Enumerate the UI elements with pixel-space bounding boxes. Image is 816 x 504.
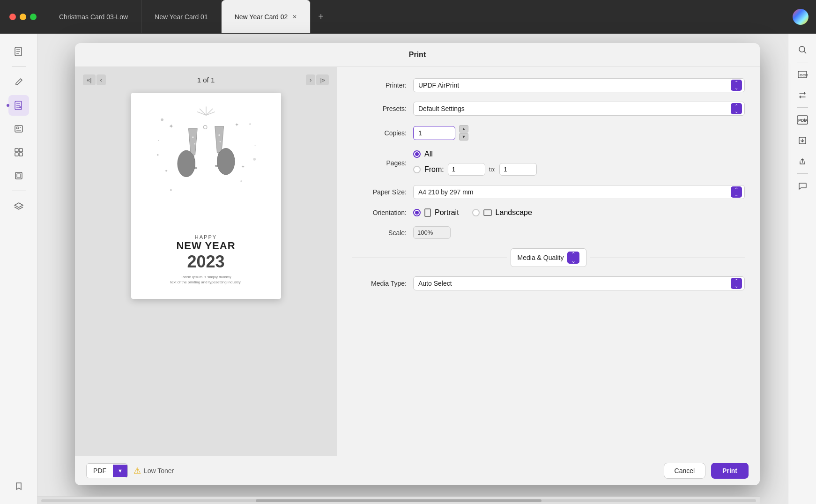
tab-new-year-card-02[interactable]: New Year Card 02 ✕ [222,0,311,33]
footer-right: Cancel Print [664,463,749,479]
warning-icon: ⚠ [134,466,141,476]
add-tab-button[interactable]: + [311,0,331,33]
media-type-select[interactable]: Auto Select [413,276,745,290]
pages-from-label: From: [424,165,444,174]
svg-point-37 [194,143,195,145]
scroll-thumb[interactable] [256,499,542,502]
landscape-row: Landscape [472,208,532,217]
tab-close-button[interactable]: ✕ [292,14,297,20]
first-page-button[interactable]: «| [83,74,96,85]
copies-decrement[interactable]: ▼ [459,133,468,141]
sidebar-icon-annotation[interactable] [8,95,29,116]
sidebar-icon-organize[interactable] [8,142,29,163]
prev-page-button[interactable]: ‹ [96,74,106,85]
svg-rect-16 [19,153,22,156]
sidebar-icon-pen[interactable] [8,72,29,92]
svg-text:/A: /A [804,118,808,123]
svg-marker-33 [215,126,223,153]
pages-from-input[interactable] [448,163,485,176]
dialog-title: Print [75,43,760,67]
scale-row: Scale: [352,226,745,239]
svg-point-22 [253,158,256,161]
paper-size-select-wrapper: A4 210 by 297 mm ⌃⌄ [413,185,745,199]
tab-new-year-card-01[interactable]: New Year Card 01 [141,0,222,33]
svg-point-42 [217,148,235,175]
media-quality-arrow[interactable]: ⌃⌄ [567,252,579,264]
minimize-button[interactable] [20,14,26,20]
pages-row: Pages: All From: [352,150,745,176]
orientation-label: Orientation: [352,209,413,216]
svg-rect-18 [17,174,21,178]
svg-rect-49 [425,209,430,216]
dialog-footer: PDF ▼ ⚠ Low Toner Cancel Print [75,456,760,485]
svg-point-51 [799,46,805,52]
extract-icon[interactable] [794,132,811,149]
paper-size-select[interactable]: A4 210 by 297 mm [413,185,745,199]
ocr-icon[interactable]: OCR [794,66,811,83]
svg-text:✦: ✦ [241,164,245,169]
pages-all-radio[interactable] [413,150,421,158]
landscape-radio[interactable] [472,209,480,216]
card-year-text: 2023 [171,252,242,272]
search-icon[interactable] [794,41,811,58]
right-sidebar: OCR PDF /A [788,34,816,504]
presets-control: Default Settings ⌃⌄ [413,102,745,116]
svg-rect-13 [15,148,18,152]
svg-text:OCR: OCR [800,73,808,77]
svg-point-40 [203,126,207,129]
cancel-button[interactable]: Cancel [664,463,706,479]
pdf-label-button[interactable]: PDF [87,464,113,478]
share-icon[interactable] [794,153,811,170]
svg-text:✦: ✦ [169,123,174,130]
copies-input[interactable]: 1 [413,126,455,140]
close-button[interactable] [9,14,16,20]
nav-next-last: › |» [305,74,329,85]
maximize-button[interactable] [30,14,37,20]
pdfa-icon[interactable]: PDF /A [794,111,811,128]
content-area: Print «| ‹ 1 of 1 › |» [37,34,788,504]
user-avatar [793,9,809,25]
paper-size-label: Paper Size: [352,188,413,196]
bottom-scrollbar[interactable] [37,497,760,504]
pdf-dropdown-button[interactable]: ▼ [113,465,127,477]
sidebar-icon-compress[interactable] [8,165,29,186]
presets-select-wrapper: Default Settings ⌃⌄ [413,102,745,116]
section-divider-left [352,258,507,258]
sidebar-icon-form[interactable] [8,119,29,139]
printer-select[interactable]: UPDF AirPrint [413,78,745,92]
landscape-label: Landscape [496,208,532,217]
svg-point-23 [170,189,172,191]
comment-icon[interactable] [794,178,811,194]
settings-panel: Printer: UPDF AirPrint ⌃⌄ Pres [337,67,760,456]
svg-rect-15 [15,153,18,156]
right-separator-2 [797,107,808,108]
paper-size-control: A4 210 by 297 mm ⌃⌄ [413,185,745,199]
copies-increment[interactable]: ▲ [459,125,468,133]
svg-point-39 [219,141,221,142]
next-page-button[interactable]: › [306,74,315,85]
nav-first-prev: «| ‹ [82,74,106,85]
scroll-track [41,499,756,502]
replace-icon[interactable] [794,87,811,104]
print-button[interactable]: Print [711,463,749,479]
sidebar-icon-document[interactable] [8,41,29,62]
card-text-area: HAPPY NEW YEAR 2023 Lorem Ipsum is simpl… [171,234,242,289]
scale-input[interactable] [413,226,451,239]
last-page-button[interactable]: |» [316,74,329,85]
card-newyear-text: NEW YEAR [171,240,242,252]
section-divider-right [590,258,745,258]
sidebar-icon-layers[interactable] [8,196,29,216]
svg-rect-10 [16,127,19,129]
pages-range-row: From: to: [413,163,537,176]
svg-point-20 [249,123,251,125]
sidebar-icon-bookmark[interactable] [8,476,29,497]
printer-label: Printer: [352,82,413,89]
portrait-radio[interactable] [413,209,421,216]
card-lorem-text: Lorem Ipsum is simply dummy text of the … [171,274,242,285]
paper-size-row: Paper Size: A4 210 by 297 mm ⌃⌄ [352,185,745,199]
presets-select[interactable]: Default Settings [413,102,745,116]
tab-christmas-card[interactable]: Christmas Card 03-Low [46,0,141,33]
pages-range-radio[interactable] [413,166,421,173]
pages-to-input[interactable] [499,163,537,176]
tab-label: New Year Card 02 [235,13,288,21]
